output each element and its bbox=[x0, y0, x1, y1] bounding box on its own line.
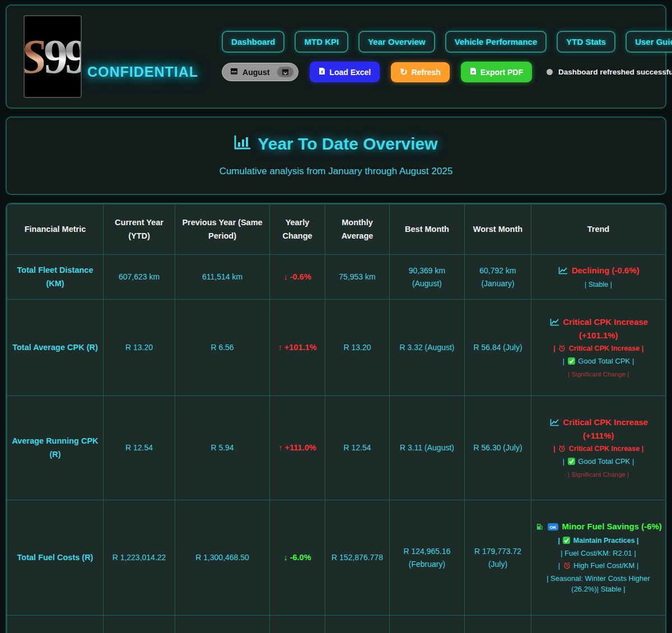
svg-text:OK: OK bbox=[550, 525, 557, 530]
monthly-average-value: R 152,876.778 bbox=[325, 500, 390, 616]
month-select-value: August bbox=[242, 68, 269, 77]
column-header-trend: Trend bbox=[531, 204, 666, 255]
load-excel-button[interactable]: X Load Excel bbox=[310, 62, 380, 82]
trend-cell: OK Minor Fuel Savings (-6%)| Maintain Pr… bbox=[531, 500, 666, 616]
yearly-change-value: ↓ -6.0% bbox=[270, 500, 325, 616]
status-indicator: Dashboard refreshed successfully bbox=[547, 68, 672, 76]
worst-month-value: 60,792 km (January) bbox=[465, 255, 531, 300]
table-row-running-cpk: Average Running CPK (R) R 12.54 R 5.94 ↑… bbox=[7, 396, 666, 500]
trend-line: | High Fuel Cost/KM | bbox=[535, 561, 662, 573]
overview-panel: Year To Date Overview Cumulative analysi… bbox=[6, 117, 666, 195]
chart-icon bbox=[558, 266, 568, 278]
check-icon bbox=[563, 537, 570, 547]
column-header-yearly-change: Yearly Change bbox=[270, 204, 325, 255]
pdf-file-icon: P bbox=[470, 67, 477, 77]
excel-file-icon: X bbox=[319, 67, 325, 77]
nav-bar: Dashboard MTD KPI Year Overview Vehicle … bbox=[222, 31, 672, 53]
monthly-average-value: R 12.54 bbox=[325, 396, 390, 500]
table-row-fuel-costs: Total Fuel Costs (R) R 1,223,014.22 R 1,… bbox=[7, 500, 666, 616]
column-header-best-month: Best Month bbox=[390, 204, 465, 255]
header-panel: S99 CONFIDENTIAL Dashboard MTD KPI Year … bbox=[6, 4, 666, 109]
trend-line: | Maintain Practices | bbox=[535, 536, 662, 547]
ytd-table: Financial Metric Current Year (YTD) Prev… bbox=[7, 204, 666, 633]
page-subtitle: Cumulative analysis from January through… bbox=[220, 166, 453, 177]
refresh-button[interactable]: ↻ Refresh bbox=[391, 62, 450, 82]
table-header-row: Financial Metric Current Year (YTD) Prev… bbox=[7, 204, 666, 255]
table-row-partial bbox=[7, 616, 666, 633]
metric-label: Total Fuel Costs (R) bbox=[7, 500, 104, 616]
monthly-average-value: R 13.20 bbox=[325, 300, 390, 396]
svg-text:X: X bbox=[321, 70, 324, 74]
column-header-metric: Financial Metric bbox=[7, 204, 104, 255]
nav-vehicle-performance[interactable]: Vehicle Performance bbox=[445, 31, 547, 53]
bar-chart-icon bbox=[234, 134, 251, 153]
trend-line: Declining (-0.6%) bbox=[535, 264, 662, 278]
trend-line: | Significant Change | bbox=[535, 370, 662, 379]
nav-mtd-kpi[interactable]: MTD KPI bbox=[295, 31, 348, 53]
yearly-change-value: ↑ +101.1% bbox=[270, 300, 325, 396]
trend-line: | Critical CPK Increase | bbox=[535, 343, 662, 355]
worst-month-value: R 179,773.72 (July) bbox=[465, 500, 531, 616]
column-header-current-year: Current Year (YTD) bbox=[104, 204, 175, 255]
trend-line: Critical CPK Increase (+101.1%) bbox=[535, 316, 662, 342]
alarm-icon bbox=[558, 445, 566, 455]
trend-line: | Seasonal: Winter Costs Higher (26.2%)|… bbox=[535, 574, 662, 595]
best-month-value: R 3.32 (August) bbox=[390, 300, 465, 396]
yearly-change-value: ↓ -0.6% bbox=[270, 255, 325, 300]
metric-label: Total Fleet Distance (KM) bbox=[7, 255, 104, 300]
previous-year-value: R 6.56 bbox=[175, 300, 270, 396]
current-year-value: R 13.20 bbox=[104, 300, 175, 396]
trend-cell: Critical CPK Increase (+101.1%)| Critica… bbox=[531, 300, 666, 396]
trend-line: | Critical CPK Increase | bbox=[535, 444, 662, 455]
best-month-value: 90,369 km (August) bbox=[390, 255, 465, 300]
yearly-change-value: ↑ +111.0% bbox=[270, 396, 325, 500]
nav-dashboard[interactable]: Dashboard bbox=[222, 31, 284, 53]
fuel-icon bbox=[536, 522, 543, 534]
alarm-icon bbox=[558, 345, 566, 355]
metric-label: Average Running CPK (R) bbox=[7, 396, 104, 500]
app-logo: S99 bbox=[24, 15, 82, 98]
ok-icon: OK bbox=[548, 522, 558, 534]
month-dropdown-toggle[interactable] bbox=[277, 67, 293, 77]
current-year-value: R 12.54 bbox=[104, 396, 175, 500]
previous-year-value: 611,514 km bbox=[175, 255, 270, 300]
metric-label: Total Average CPK (R) bbox=[7, 300, 104, 396]
trend-line: Critical CPK Increase (+111%) bbox=[535, 416, 662, 442]
status-message: Dashboard refreshed successfully bbox=[558, 68, 672, 76]
export-pdf-button[interactable]: P Export PDF bbox=[461, 62, 532, 82]
trend-line: | Fuel Cost/KM: R2.01 | bbox=[535, 548, 662, 559]
best-month-value: R 124,965.16 (February) bbox=[390, 500, 465, 616]
table-row-fleet-distance: Total Fleet Distance (KM) 607,623 km 611… bbox=[7, 255, 666, 300]
chart-icon bbox=[550, 317, 559, 329]
ytd-table-panel: Financial Metric Current Year (YTD) Prev… bbox=[6, 203, 666, 633]
nav-year-overview[interactable]: Year Overview bbox=[358, 31, 435, 53]
refresh-icon: ↻ bbox=[400, 68, 407, 77]
column-header-monthly-average: Monthly Average bbox=[325, 204, 390, 255]
trend-line: OK Minor Fuel Savings (-6%) bbox=[535, 520, 662, 534]
previous-year-value: R 1,300,468.50 bbox=[175, 500, 270, 616]
logo-text: S99 bbox=[24, 32, 82, 81]
nav-user-guide[interactable]: User Guide bbox=[626, 31, 672, 53]
control-bar: August X Load Excel ↻ Refresh P Export bbox=[222, 62, 672, 82]
alarm-icon bbox=[563, 562, 571, 573]
table-row-average-cpk: Total Average CPK (R) R 13.20 R 6.56 ↑ +… bbox=[7, 300, 666, 396]
page-title: Year To Date Overview bbox=[234, 134, 437, 153]
previous-year-value: R 5.94 bbox=[175, 396, 270, 500]
current-year-value: R 1,223,014.22 bbox=[104, 500, 175, 616]
check-icon bbox=[568, 458, 575, 468]
column-header-previous-year: Previous Year (Same Period) bbox=[175, 204, 270, 255]
trend-line: | Good Total CPK | bbox=[535, 457, 662, 468]
status-dot-icon bbox=[547, 69, 553, 75]
confidential-label: CONFIDENTIAL bbox=[87, 64, 198, 80]
trend-cell: Critical CPK Increase (+111%)| Critical … bbox=[531, 396, 666, 500]
trend-line: | Significant Change | bbox=[535, 470, 662, 480]
worst-month-value: R 56.30 (July) bbox=[465, 396, 531, 500]
svg-text:P: P bbox=[472, 71, 474, 74]
month-select[interactable]: August bbox=[222, 63, 298, 81]
column-header-worst-month: Worst Month bbox=[465, 204, 531, 255]
check-icon bbox=[568, 357, 575, 368]
calendar-icon bbox=[230, 67, 238, 77]
best-month-value: R 3.11 (August) bbox=[390, 396, 465, 500]
nav-ytd-stats[interactable]: YTD Stats bbox=[557, 31, 615, 53]
monthly-average-value: 75,953 km bbox=[325, 255, 390, 300]
